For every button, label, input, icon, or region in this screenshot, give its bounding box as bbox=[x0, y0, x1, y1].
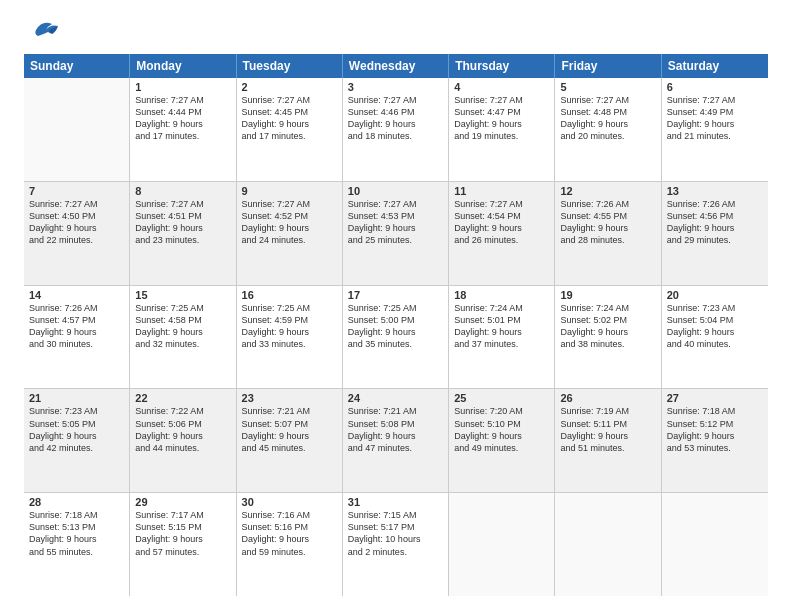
calendar-header: SundayMondayTuesdayWednesdayThursdayFrid… bbox=[24, 54, 768, 78]
calendar-week-5: 28Sunrise: 7:18 AM Sunset: 5:13 PM Dayli… bbox=[24, 493, 768, 596]
day-number: 24 bbox=[348, 392, 443, 404]
day-info: Sunrise: 7:26 AM Sunset: 4:57 PM Dayligh… bbox=[29, 302, 124, 351]
calendar-cell: 3Sunrise: 7:27 AM Sunset: 4:46 PM Daylig… bbox=[343, 78, 449, 181]
calendar-cell: 9Sunrise: 7:27 AM Sunset: 4:52 PM Daylig… bbox=[237, 182, 343, 285]
day-info: Sunrise: 7:26 AM Sunset: 4:56 PM Dayligh… bbox=[667, 198, 763, 247]
calendar-body: 1Sunrise: 7:27 AM Sunset: 4:44 PM Daylig… bbox=[24, 78, 768, 596]
day-info: Sunrise: 7:24 AM Sunset: 5:01 PM Dayligh… bbox=[454, 302, 549, 351]
header-day-thursday: Thursday bbox=[449, 54, 555, 78]
day-info: Sunrise: 7:25 AM Sunset: 4:58 PM Dayligh… bbox=[135, 302, 230, 351]
day-number: 17 bbox=[348, 289, 443, 301]
day-number: 13 bbox=[667, 185, 763, 197]
calendar-cell: 6Sunrise: 7:27 AM Sunset: 4:49 PM Daylig… bbox=[662, 78, 768, 181]
calendar-cell: 25Sunrise: 7:20 AM Sunset: 5:10 PM Dayli… bbox=[449, 389, 555, 492]
calendar-cell: 8Sunrise: 7:27 AM Sunset: 4:51 PM Daylig… bbox=[130, 182, 236, 285]
calendar-week-2: 7Sunrise: 7:27 AM Sunset: 4:50 PM Daylig… bbox=[24, 182, 768, 286]
calendar-cell: 28Sunrise: 7:18 AM Sunset: 5:13 PM Dayli… bbox=[24, 493, 130, 596]
day-number: 9 bbox=[242, 185, 337, 197]
day-number: 8 bbox=[135, 185, 230, 197]
day-number: 6 bbox=[667, 81, 763, 93]
day-number: 20 bbox=[667, 289, 763, 301]
day-info: Sunrise: 7:23 AM Sunset: 5:05 PM Dayligh… bbox=[29, 405, 124, 454]
calendar-week-3: 14Sunrise: 7:26 AM Sunset: 4:57 PM Dayli… bbox=[24, 286, 768, 390]
day-info: Sunrise: 7:24 AM Sunset: 5:02 PM Dayligh… bbox=[560, 302, 655, 351]
day-number: 23 bbox=[242, 392, 337, 404]
day-info: Sunrise: 7:25 AM Sunset: 5:00 PM Dayligh… bbox=[348, 302, 443, 351]
day-info: Sunrise: 7:16 AM Sunset: 5:16 PM Dayligh… bbox=[242, 509, 337, 558]
day-info: Sunrise: 7:19 AM Sunset: 5:11 PM Dayligh… bbox=[560, 405, 655, 454]
day-info: Sunrise: 7:27 AM Sunset: 4:48 PM Dayligh… bbox=[560, 94, 655, 143]
calendar-cell: 31Sunrise: 7:15 AM Sunset: 5:17 PM Dayli… bbox=[343, 493, 449, 596]
day-info: Sunrise: 7:27 AM Sunset: 4:54 PM Dayligh… bbox=[454, 198, 549, 247]
day-number: 7 bbox=[29, 185, 124, 197]
day-info: Sunrise: 7:23 AM Sunset: 5:04 PM Dayligh… bbox=[667, 302, 763, 351]
day-info: Sunrise: 7:27 AM Sunset: 4:47 PM Dayligh… bbox=[454, 94, 549, 143]
day-number: 21 bbox=[29, 392, 124, 404]
calendar-cell: 17Sunrise: 7:25 AM Sunset: 5:00 PM Dayli… bbox=[343, 286, 449, 389]
calendar-cell: 1Sunrise: 7:27 AM Sunset: 4:44 PM Daylig… bbox=[130, 78, 236, 181]
day-info: Sunrise: 7:18 AM Sunset: 5:12 PM Dayligh… bbox=[667, 405, 763, 454]
logo-bird-icon bbox=[28, 16, 60, 44]
day-info: Sunrise: 7:27 AM Sunset: 4:52 PM Dayligh… bbox=[242, 198, 337, 247]
calendar-cell: 22Sunrise: 7:22 AM Sunset: 5:06 PM Dayli… bbox=[130, 389, 236, 492]
calendar: SundayMondayTuesdayWednesdayThursdayFrid… bbox=[24, 54, 768, 596]
calendar-cell bbox=[24, 78, 130, 181]
calendar-cell: 24Sunrise: 7:21 AM Sunset: 5:08 PM Dayli… bbox=[343, 389, 449, 492]
calendar-week-1: 1Sunrise: 7:27 AM Sunset: 4:44 PM Daylig… bbox=[24, 78, 768, 182]
day-info: Sunrise: 7:22 AM Sunset: 5:06 PM Dayligh… bbox=[135, 405, 230, 454]
day-info: Sunrise: 7:26 AM Sunset: 4:55 PM Dayligh… bbox=[560, 198, 655, 247]
day-info: Sunrise: 7:27 AM Sunset: 4:44 PM Dayligh… bbox=[135, 94, 230, 143]
day-number: 29 bbox=[135, 496, 230, 508]
day-info: Sunrise: 7:27 AM Sunset: 4:45 PM Dayligh… bbox=[242, 94, 337, 143]
header-day-sunday: Sunday bbox=[24, 54, 130, 78]
day-number: 12 bbox=[560, 185, 655, 197]
calendar-cell: 7Sunrise: 7:27 AM Sunset: 4:50 PM Daylig… bbox=[24, 182, 130, 285]
day-number: 30 bbox=[242, 496, 337, 508]
calendar-cell: 21Sunrise: 7:23 AM Sunset: 5:05 PM Dayli… bbox=[24, 389, 130, 492]
day-number: 3 bbox=[348, 81, 443, 93]
header-day-friday: Friday bbox=[555, 54, 661, 78]
day-info: Sunrise: 7:27 AM Sunset: 4:49 PM Dayligh… bbox=[667, 94, 763, 143]
day-number: 19 bbox=[560, 289, 655, 301]
calendar-cell: 16Sunrise: 7:25 AM Sunset: 4:59 PM Dayli… bbox=[237, 286, 343, 389]
day-number: 16 bbox=[242, 289, 337, 301]
day-info: Sunrise: 7:25 AM Sunset: 4:59 PM Dayligh… bbox=[242, 302, 337, 351]
calendar-cell: 4Sunrise: 7:27 AM Sunset: 4:47 PM Daylig… bbox=[449, 78, 555, 181]
day-number: 15 bbox=[135, 289, 230, 301]
day-info: Sunrise: 7:20 AM Sunset: 5:10 PM Dayligh… bbox=[454, 405, 549, 454]
calendar-cell bbox=[662, 493, 768, 596]
day-number: 11 bbox=[454, 185, 549, 197]
calendar-cell: 12Sunrise: 7:26 AM Sunset: 4:55 PM Dayli… bbox=[555, 182, 661, 285]
calendar-cell: 15Sunrise: 7:25 AM Sunset: 4:58 PM Dayli… bbox=[130, 286, 236, 389]
day-info: Sunrise: 7:15 AM Sunset: 5:17 PM Dayligh… bbox=[348, 509, 443, 558]
header-day-wednesday: Wednesday bbox=[343, 54, 449, 78]
day-number: 14 bbox=[29, 289, 124, 301]
day-number: 31 bbox=[348, 496, 443, 508]
calendar-cell: 20Sunrise: 7:23 AM Sunset: 5:04 PM Dayli… bbox=[662, 286, 768, 389]
calendar-cell: 18Sunrise: 7:24 AM Sunset: 5:01 PM Dayli… bbox=[449, 286, 555, 389]
calendar-cell: 23Sunrise: 7:21 AM Sunset: 5:07 PM Dayli… bbox=[237, 389, 343, 492]
day-number: 22 bbox=[135, 392, 230, 404]
page: SundayMondayTuesdayWednesdayThursdayFrid… bbox=[0, 0, 792, 612]
calendar-cell: 11Sunrise: 7:27 AM Sunset: 4:54 PM Dayli… bbox=[449, 182, 555, 285]
day-info: Sunrise: 7:21 AM Sunset: 5:07 PM Dayligh… bbox=[242, 405, 337, 454]
day-info: Sunrise: 7:18 AM Sunset: 5:13 PM Dayligh… bbox=[29, 509, 124, 558]
header-day-saturday: Saturday bbox=[662, 54, 768, 78]
day-number: 1 bbox=[135, 81, 230, 93]
day-number: 2 bbox=[242, 81, 337, 93]
day-number: 28 bbox=[29, 496, 124, 508]
calendar-week-4: 21Sunrise: 7:23 AM Sunset: 5:05 PM Dayli… bbox=[24, 389, 768, 493]
day-number: 27 bbox=[667, 392, 763, 404]
calendar-cell: 10Sunrise: 7:27 AM Sunset: 4:53 PM Dayli… bbox=[343, 182, 449, 285]
calendar-cell: 30Sunrise: 7:16 AM Sunset: 5:16 PM Dayli… bbox=[237, 493, 343, 596]
calendar-cell: 27Sunrise: 7:18 AM Sunset: 5:12 PM Dayli… bbox=[662, 389, 768, 492]
day-number: 5 bbox=[560, 81, 655, 93]
day-number: 25 bbox=[454, 392, 549, 404]
calendar-cell: 14Sunrise: 7:26 AM Sunset: 4:57 PM Dayli… bbox=[24, 286, 130, 389]
day-info: Sunrise: 7:27 AM Sunset: 4:50 PM Dayligh… bbox=[29, 198, 124, 247]
calendar-cell bbox=[555, 493, 661, 596]
calendar-cell: 2Sunrise: 7:27 AM Sunset: 4:45 PM Daylig… bbox=[237, 78, 343, 181]
header-day-monday: Monday bbox=[130, 54, 236, 78]
calendar-cell: 13Sunrise: 7:26 AM Sunset: 4:56 PM Dayli… bbox=[662, 182, 768, 285]
day-info: Sunrise: 7:27 AM Sunset: 4:46 PM Dayligh… bbox=[348, 94, 443, 143]
